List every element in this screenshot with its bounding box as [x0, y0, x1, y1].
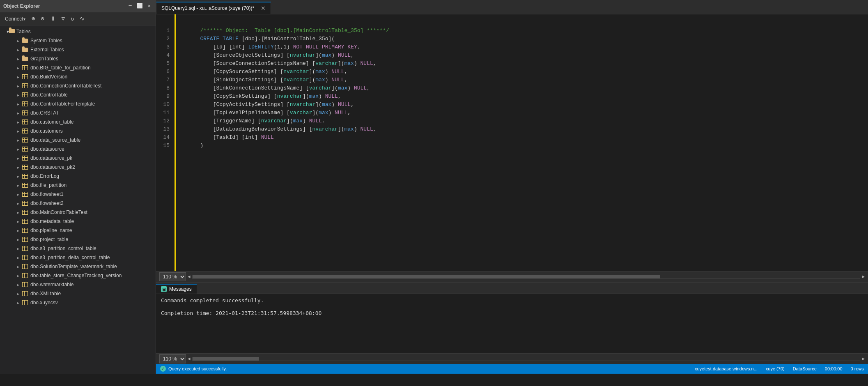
table-icon	[21, 65, 29, 70]
tab-close-button[interactable]: ✕	[261, 5, 266, 11]
table-label: dbo.xuyecsv	[30, 300, 58, 306]
messages-tab[interactable]: ▣ Messages	[156, 284, 197, 294]
tab-title: SQLQuery1.sql - xu...aSource (xuye (70))…	[161, 5, 254, 11]
table-label: dbo.ErrorLog	[30, 173, 59, 179]
list-item[interactable]: ▸ dbo.data_source_table	[0, 136, 156, 145]
list-item[interactable]: ▸ dbo.ControlTableForTemplate	[0, 99, 156, 108]
scroll-right-arrow[interactable]: ▶	[862, 274, 865, 279]
graph-tables-folder[interactable]: ▸ GraphTables	[0, 54, 156, 63]
list-item[interactable]: ▸ dbo.xuyecsv	[0, 298, 156, 307]
pause-icon[interactable]: ⏸	[48, 14, 58, 23]
table-icon	[21, 138, 29, 142]
code-line: 14 [TaskId] [int] NULL	[156, 133, 868, 142]
table-icon	[21, 83, 29, 88]
execution-time: 00:00:00	[825, 366, 843, 371]
code-line: 5 [SourceConnectionSettingsName] [varcha…	[156, 60, 868, 68]
disconnect-icon[interactable]: ⊗	[39, 14, 46, 23]
code-line: 9 [CopySinkSettings] [nvarchar](max) NUL…	[156, 92, 868, 101]
main-layout: Object Explorer ─ ⬜ ✕ Connect▾ ⊕ ⊗ ⏸ ▽ ↻…	[0, 0, 868, 374]
code-editor[interactable]: 1 /****** Object: Table [dbo].[MainContr…	[156, 14, 868, 271]
expand-icon: ▸	[15, 264, 21, 269]
table-label: dbo.MainControlTableTest	[30, 209, 87, 215]
code-line: 3 [Id] [int] IDENTITY(1,1) NOT NULL PRIM…	[156, 43, 868, 51]
external-tables-folder[interactable]: ▸ External Tables	[0, 45, 156, 54]
code-line: 4 [SourceObjectSettings] [nvarchar](max)…	[156, 51, 868, 60]
line-content: [CopySinkSettings] [nvarchar](max) NULL,	[175, 92, 868, 101]
line-content: /****** Object: Table [dbo].[MainControl…	[175, 27, 868, 35]
tables-folder[interactable]: ▾ Tables	[0, 27, 156, 36]
code-line: 2 CREATE TABLE [dbo].[MainControlTable_3…	[156, 35, 868, 43]
list-item[interactable]: ▸ dbo.s3_partition_delta_control_table	[0, 253, 156, 262]
messages-h-scrollbar[interactable]	[192, 357, 861, 361]
expand-icon: ▸	[15, 219, 21, 224]
list-item[interactable]: ▸ dbo.customers	[0, 126, 156, 136]
table-label: dbo.project_table	[30, 237, 68, 242]
code-line: 10 [CopyActivitySettings] [nvarchar](max…	[156, 101, 868, 109]
table-icon	[21, 255, 29, 260]
list-item[interactable]: ▸ dbo.customer_table	[0, 117, 156, 126]
code-line: 8 [SinkConnectionSettingsName] [varchar]…	[156, 84, 868, 92]
scroll-left-arrow[interactable]: ◀	[188, 274, 191, 279]
msg-scroll-left[interactable]: ◀	[188, 356, 191, 361]
code-line: 11 [TopLevelPipelineName] [varchar](max)…	[156, 109, 868, 117]
list-item[interactable]: ▸ dbo.flowsheet2	[0, 199, 156, 208]
expand-icon: ▸	[15, 138, 21, 142]
line-content: [TriggerName] [nvarchar](max) NULL,	[175, 117, 868, 125]
line-content: [TopLevelPipelineName] [varchar](max) NU…	[175, 109, 868, 117]
activity-icon[interactable]: ∿	[78, 14, 87, 23]
editor-zoom-bar: 110 % ◀ ▶	[156, 271, 868, 282]
tab-bar: SQLQuery1.sql - xu...aSource (xuye (70))…	[156, 0, 868, 14]
list-item[interactable]: ▸ dbo.MainControlTableTest	[0, 208, 156, 217]
list-item[interactable]: ▸ dbo.project_table	[0, 235, 156, 244]
list-item[interactable]: ▸ dbo.BIG_table_for_partition	[0, 63, 156, 72]
new-query-icon[interactable]: ⊕	[30, 14, 37, 23]
code-line: 15 )	[156, 142, 868, 150]
list-item[interactable]: ▸ dbo.BuildVersion	[0, 72, 156, 81]
msg-scroll-right[interactable]: ▶	[862, 356, 865, 361]
connect-button[interactable]: Connect▾	[2, 15, 28, 23]
list-item[interactable]: ▸ dbo.ControlTable	[0, 90, 156, 99]
list-item[interactable]: ▸ dbo.XMLtable	[0, 289, 156, 298]
filter-icon[interactable]: ▽	[60, 14, 67, 23]
line-number: 14	[156, 133, 175, 142]
table-icon	[21, 246, 29, 251]
table-label: dbo.SolutionTemplate_watermark_table	[30, 264, 117, 269]
oe-close-icon[interactable]: ✕	[146, 2, 152, 10]
table-icon	[21, 264, 29, 269]
code-line: 13 [DataLoadingBehaviorSettings] [nvarch…	[156, 125, 868, 133]
list-item[interactable]: ▸ dbo.watermarktable	[0, 280, 156, 289]
line-content: CREATE TABLE [dbo].[MainControlTable_35o…	[175, 35, 868, 43]
messages-zoom-select[interactable]: 110 %	[159, 354, 186, 363]
folder-icon	[9, 29, 15, 34]
list-item[interactable]: ▸ dbo.s3_partition_control_table	[0, 244, 156, 253]
zoom-select[interactable]: 110 %	[159, 272, 186, 281]
status-right: xuyetest.database.windows.n... xuye (70)…	[695, 366, 864, 371]
list-item[interactable]: ▸ dbo.datasource_pk2	[0, 163, 156, 172]
list-item[interactable]: ▸ dbo.ErrorLog	[0, 172, 156, 181]
code-line: 6 [CopySourceSettings] [nvarchar](max) N…	[156, 68, 868, 76]
list-item[interactable]: ▸ dbo.ConnectionControlTableTest	[0, 81, 156, 90]
list-item[interactable]: ▸ dbo.metadata_table	[0, 217, 156, 226]
line-number: 9	[156, 92, 175, 101]
list-item[interactable]: ▸ dbo.datasource	[0, 145, 156, 154]
expand-icon: ▸	[15, 93, 21, 97]
oe-dock-icon[interactable]: ⬜	[135, 2, 145, 10]
status-bar: ✓ Query executed successfully. xuyetest.…	[156, 364, 868, 374]
system-tables-folder[interactable]: ▸ System Tables	[0, 36, 156, 45]
horizontal-scrollbar[interactable]	[192, 275, 861, 279]
list-item[interactable]: ▸ dbo.datasource_pk	[0, 154, 156, 163]
line-number: 6	[156, 68, 175, 76]
list-item[interactable]: ▸ dbo.CRSTAT	[0, 108, 156, 117]
code-line: 12 [TriggerName] [nvarchar](max) NULL,	[156, 117, 868, 125]
list-item[interactable]: ▸ dbo.pipeline_name	[0, 226, 156, 235]
line-number: 15	[156, 142, 175, 150]
list-item[interactable]: ▸ dbo.SolutionTemplate_watermark_table	[0, 262, 156, 271]
oe-pin-icon[interactable]: ─	[127, 2, 133, 10]
sql-query-tab[interactable]: SQLQuery1.sql - xu...aSource (xuye (70))…	[156, 2, 271, 14]
list-item[interactable]: ▸ dbo.file_partition	[0, 181, 156, 190]
table-label: dbo.datasource	[30, 146, 64, 152]
list-item[interactable]: ▸ dbo.flowsheet1	[0, 190, 156, 199]
list-item[interactable]: ▸ dbo.table_store_ChangeTracking_version	[0, 271, 156, 280]
refresh-icon[interactable]: ↻	[69, 14, 76, 23]
line-content: [SourceObjectSettings] [nvarchar](max) N…	[175, 51, 868, 60]
